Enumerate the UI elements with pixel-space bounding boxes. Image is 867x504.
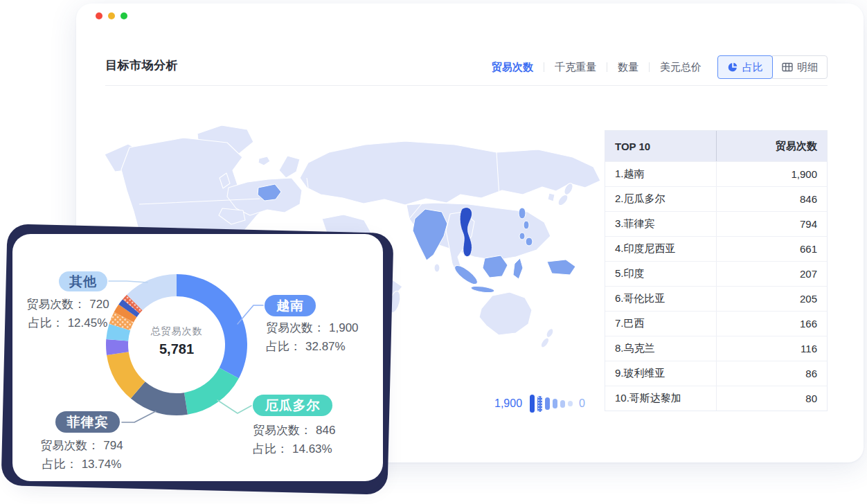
map-legend-bar <box>560 400 565 408</box>
callout-detail-vietnam: 贸易次数：1,900 占比：32.87% <box>266 318 359 356</box>
tab-separator <box>544 62 544 72</box>
donut-center-label: 总贸易次数 5,781 <box>121 325 232 357</box>
callout-detail-other: 贸易次数：720 占比：12.45% <box>12 295 123 332</box>
table-cell-value: 661 <box>716 237 828 261</box>
callout-detail-philippines: 贸易次数：794 占比：13.74% <box>26 436 137 474</box>
table-cell-country: 10.哥斯达黎加 <box>605 386 716 411</box>
table-cell-country: 7.巴西 <box>605 312 716 336</box>
table-grid-icon <box>782 62 793 73</box>
donut-chart-card: 总贸易次数 5,781 其他 越南 厄瓜多尔 菲律宾 贸易次数：720 占比：1… <box>12 234 383 481</box>
table-cell-country: 3.菲律宾 <box>605 212 716 236</box>
callout-pill-vietnam: 越南 <box>265 295 316 316</box>
legend-max-label: 1,900 <box>494 397 522 410</box>
callout-pill-other: 其他 <box>59 271 107 291</box>
table-header-value: 贸易次数 <box>716 131 828 161</box>
table-header-row: TOP 10 贸易次数 <box>605 131 827 161</box>
tab-kg-weight[interactable]: 千克重量 <box>555 61 596 74</box>
map-country-korea <box>548 193 555 201</box>
table-cell-country: 1.越南 <box>605 162 716 186</box>
callout-detail-ecuador: 贸易次数：846 占比：14.63% <box>253 421 335 458</box>
view-toggle-group: 占比 明细 <box>717 55 828 79</box>
map-country-new-zealand <box>539 327 555 349</box>
zoom-traffic-light[interactable] <box>120 12 127 19</box>
header-divider <box>105 85 828 86</box>
pie-chart-icon <box>727 62 738 73</box>
map-region-scandinavia <box>279 156 300 178</box>
map-country-indonesia[interactable] <box>452 255 575 294</box>
detail-view-button[interactable]: 明细 <box>772 55 828 79</box>
map-island <box>258 156 270 165</box>
table-row: 7.巴西166 <box>605 311 827 336</box>
legend-min-label: 0 <box>579 397 585 410</box>
table-cell-value: 794 <box>716 212 828 236</box>
callout-line-other <box>109 281 148 282</box>
table-row: 10.哥斯达黎加80 <box>605 386 827 411</box>
table-cell-value: 166 <box>716 312 828 336</box>
proportion-view-button[interactable]: 占比 <box>717 55 773 79</box>
map-country-australia <box>479 292 532 335</box>
map-region-russia-asia <box>300 141 600 205</box>
table-cell-country: 8.乌克兰 <box>605 336 716 361</box>
table-row: 2.厄瓜多尔846 <box>605 186 827 211</box>
tab-usd-total[interactable]: 美元总价 <box>660 61 701 74</box>
table-cell-country: 4.印度尼西亚 <box>605 237 716 261</box>
table-cell-value: 846 <box>716 187 828 211</box>
page-title: 目标市场分析 <box>105 57 178 73</box>
callout-pill-philippines: 菲律宾 <box>55 411 120 433</box>
metric-tab-bar: 贸易次数 千克重量 数量 美元总价 占比 明细 <box>492 53 828 81</box>
table-cell-value: 205 <box>716 287 828 311</box>
table-cell-country: 5.印度 <box>605 262 716 286</box>
total-value: 5,781 <box>121 341 232 357</box>
tab-quantity[interactable]: 数量 <box>618 61 638 74</box>
table-row: 4.印度尼西亚661 <box>605 236 827 261</box>
map-legend-bar <box>530 395 535 413</box>
table-row: 1.越南1,900 <box>605 161 827 186</box>
tab-separator <box>649 62 650 72</box>
table-cell-country: 6.哥伦比亚 <box>605 287 716 311</box>
close-traffic-light[interactable] <box>96 12 102 19</box>
top10-table: TOP 10 贸易次数 1.越南1,9002.厄瓜多尔8463.菲律宾7944.… <box>605 130 828 411</box>
table-cell-value: 207 <box>716 262 828 286</box>
table-row: 9.玻利维亚86 <box>605 361 827 386</box>
table-row: 6.哥伦比亚205 <box>605 286 827 311</box>
minimize-traffic-light[interactable] <box>108 12 115 19</box>
map-country-india[interactable] <box>413 209 447 260</box>
donut-segment-2[interactable] <box>184 368 239 415</box>
total-label: 总贸易次数 <box>121 325 232 338</box>
tab-trade-count[interactable]: 贸易次数 <box>492 61 533 74</box>
tab-separator <box>607 62 607 72</box>
map-legend-bar <box>553 399 557 408</box>
callout-line-ecuador <box>217 400 251 413</box>
table-row: 5.印度207 <box>605 261 827 286</box>
table-cell-country: 9.玻利维亚 <box>605 361 716 386</box>
callout-pill-ecuador: 厄瓜多尔 <box>253 395 332 416</box>
table-cell-country: 2.厄瓜多尔 <box>605 187 716 211</box>
table-cell-value: 116 <box>716 336 828 361</box>
map-legend-bar <box>568 401 573 406</box>
table-header-rank: TOP 10 <box>605 131 716 161</box>
table-cell-value: 80 <box>716 386 828 411</box>
map-legend-bar <box>545 397 550 410</box>
table-cell-value: 86 <box>716 361 828 386</box>
table-cell-value: 1,900 <box>716 162 828 186</box>
map-scale-legend: 1,900 0 <box>494 393 585 414</box>
table-row: 3.菲律宾794 <box>605 211 827 236</box>
table-body: 1.越南1,9002.厄瓜多尔8463.菲律宾7944.印度尼西亚6615.印度… <box>605 161 827 411</box>
map-country-sri-lanka <box>434 264 440 272</box>
callout-line-philippines <box>122 411 156 422</box>
table-row: 8.乌克兰116 <box>605 336 827 361</box>
map-legend-bar <box>537 396 542 412</box>
